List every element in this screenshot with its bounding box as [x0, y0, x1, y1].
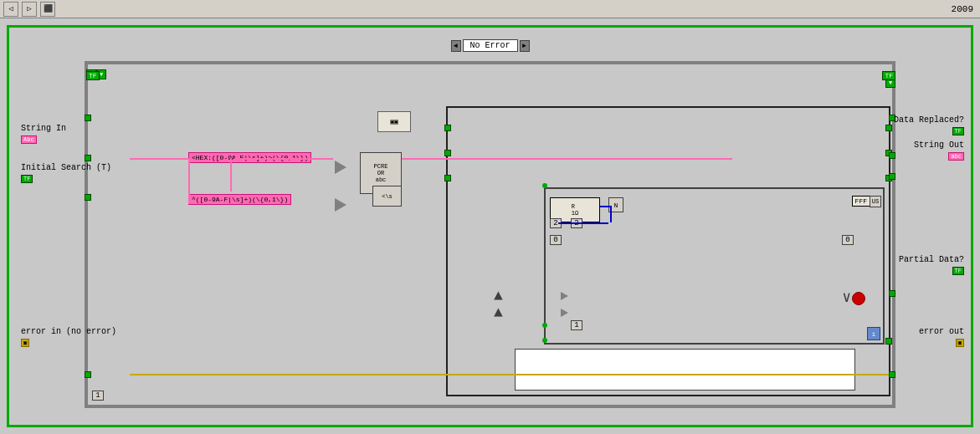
error-in-terminal: ▣	[21, 338, 29, 347]
tf-top-2: TF	[882, 71, 895, 80]
no-error-label: No Error	[462, 39, 517, 52]
iter-box: i	[867, 327, 880, 340]
no-error-bar: ◄ No Error ►	[450, 39, 529, 52]
wire-pink-v1	[188, 158, 190, 204]
wire-yellow-h1	[130, 374, 757, 375]
wire-pink-h4	[448, 158, 732, 160]
arrow-1	[335, 161, 346, 174]
year-label: 2009	[952, 4, 973, 14]
wire-pink-h1	[130, 158, 188, 160]
initial-search-label: Initial Search (T)	[21, 163, 111, 172]
data-replaced-label: Data Replaced?	[894, 115, 964, 125]
small-arrow-2	[561, 309, 568, 317]
match-indicator: ▣▣	[377, 111, 411, 132]
frame-conn-str-r2	[889, 173, 895, 180]
case-conn-3	[444, 175, 451, 181]
error-out-label: error out	[919, 327, 964, 336]
toolbar-back-btn[interactable]: ◁	[3, 2, 18, 17]
outer-frame: ◄ No Error ► 1 ◄ Default ►	[7, 25, 973, 427]
case-structure: R1Ω N 2 2 FFF US	[446, 106, 890, 396]
string-match-block: <\s	[372, 186, 402, 207]
main-canvas: ◄ No Error ► 1 ◄ Default ►	[0, 18, 980, 434]
tf-top-1: TF	[86, 71, 100, 80]
arrow-2	[335, 198, 346, 212]
case-conn-1	[444, 125, 451, 131]
stop-button[interactable]	[852, 292, 865, 305]
string-in-terminal: Abc	[21, 135, 37, 144]
error-in-label: error in (no error)	[21, 327, 116, 336]
fff-box: FFF	[852, 196, 870, 207]
data-replaced-tf: TF	[952, 127, 964, 135]
string-out-label: String Out	[914, 140, 964, 150]
string-out-abc: abc	[948, 152, 964, 161]
small-arrow-1	[561, 292, 568, 300]
partial-data-terminal: TF	[952, 266, 964, 275]
no-error-next[interactable]: ►	[520, 40, 530, 52]
frame-conn-top-l	[85, 115, 91, 121]
wire-blue-1	[600, 206, 610, 207]
non-hex-pattern-label: ^([0-9A-F|\s]+)(\{0,1\})	[188, 194, 291, 205]
error-out-box: ▣	[956, 339, 964, 347]
frame-conn-string-l	[85, 155, 91, 161]
string-in-abc: Abc	[21, 135, 37, 144]
num-0-box-2: 0	[842, 235, 854, 245]
dot-2	[542, 338, 547, 343]
frame-conn-err-r	[889, 371, 895, 378]
v-node: ∨	[842, 288, 851, 306]
no-error-prev[interactable]: ◄	[450, 40, 460, 52]
toolbar-forward-btn[interactable]: ▷	[22, 2, 37, 17]
num-0-box: 0	[550, 235, 562, 245]
string-out-terminal: abc	[948, 151, 964, 161]
dot-3	[542, 323, 547, 328]
frame-number: 1	[92, 391, 104, 401]
frame-conn-err-l	[85, 371, 91, 378]
wire-pink-h2	[234, 158, 333, 160]
wire-blue-2	[558, 222, 608, 224]
case-conn-2	[444, 150, 451, 156]
inner-frame: 1 ◄ Default ► R1Ω N	[85, 61, 895, 408]
num-1-box: 1	[571, 320, 582, 330]
case-conn-r4	[885, 338, 892, 345]
frame-conn-bool-l	[85, 194, 91, 201]
wire-blue-v-1	[610, 206, 612, 222]
initial-search-tf: TF	[21, 175, 33, 183]
toolbar: ◁ ▷ ⬛	[0, 0, 980, 18]
partial-data-tf: TF	[952, 267, 964, 275]
data-replaced-terminal: TF	[952, 126, 964, 135]
wire-pink-h3	[402, 158, 448, 160]
a-node-1: ▲	[494, 288, 503, 304]
wire-pink-v2	[230, 158, 232, 191]
case-conn-r1	[885, 125, 892, 131]
wire-yellow-h2	[725, 374, 892, 375]
a-node-2: ▲	[494, 304, 503, 321]
buffer-display	[515, 349, 855, 391]
error-in-box: ▣	[21, 339, 29, 347]
frame-conn-str-r	[889, 152, 895, 159]
dot-1	[542, 183, 547, 188]
frame-conn-partial-r	[889, 290, 895, 297]
toolbar-stop-btn[interactable]: ⬛	[40, 2, 55, 17]
error-out-terminal: ▣	[956, 338, 964, 347]
initial-search-terminal: TF	[21, 174, 33, 183]
string-in-label: String In	[21, 124, 66, 133]
us-box: US	[870, 196, 881, 207]
partial-data-label: Partial Data?	[899, 255, 964, 264]
loop-frame: R1Ω N 2 2 FFF US	[544, 187, 885, 345]
